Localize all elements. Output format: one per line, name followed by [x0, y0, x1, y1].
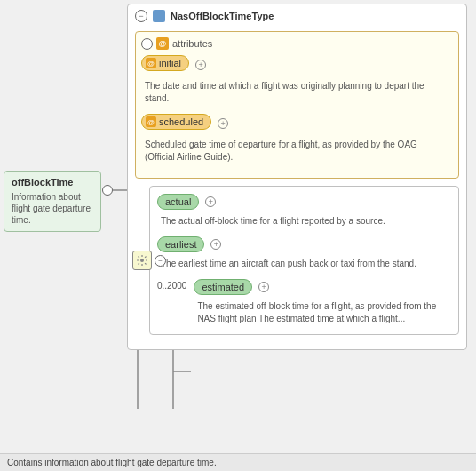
type-icon — [153, 10, 165, 22]
attributes-collapse-btn[interactable]: − — [141, 38, 153, 50]
initial-at-icon: @ — [146, 58, 156, 68]
estimated-range: 0..2000 — [157, 279, 186, 291]
attributes-at-icon: @ — [156, 37, 169, 50]
initial-plus-button[interactable]: + — [195, 60, 206, 70]
left-connector-circle — [102, 185, 113, 196]
scheduled-plus-button[interactable]: + — [218, 118, 228, 129]
estimated-plus-button[interactable]: + — [258, 282, 269, 292]
offblocktime-node: offBlockTime Information about flight ga… — [4, 171, 101, 232]
initial-label: initial — [159, 58, 181, 68]
estimated-label: estimated — [202, 282, 244, 292]
initial-field-row: @ initial + The date and time at which a… — [141, 55, 453, 107]
earliest-element: earliest + The earliest time an aircraft… — [157, 236, 451, 272]
earliest-description: The earliest time an aircraft can push b… — [157, 256, 451, 272]
gear-icon-box — [132, 251, 152, 270]
status-bar: Contains information about flight gate d… — [0, 453, 476, 471]
node-label: offBlockTime — [12, 177, 93, 188]
actual-element: actual + The actual off-block time for a… — [157, 194, 451, 229]
node-description: Information about flight gate departure … — [12, 191, 93, 226]
scheduled-description: Scheduled gate time of departure for a f… — [141, 137, 453, 165]
earliest-label: earliest — [165, 239, 196, 250]
earliest-plus-button[interactable]: + — [210, 239, 221, 250]
actual-badge[interactable]: actual — [157, 194, 199, 210]
actual-plus-button[interactable]: + — [205, 196, 216, 207]
initial-description: The date and time at which a flight was … — [141, 78, 453, 107]
status-text: Contains information about flight gate d… — [7, 458, 217, 467]
svg-point-8 — [140, 259, 144, 262]
estimated-badge[interactable]: estimated — [194, 279, 252, 295]
diagram-container: offBlockTime Information about flight ga… — [0, 0, 476, 471]
main-container-header: − NasOffBlockTimeType — [128, 4, 466, 28]
sub-container-collapse[interactable]: − — [155, 255, 166, 267]
scheduled-at-icon: @ — [146, 116, 156, 127]
scheduled-badge[interactable]: @ scheduled — [141, 114, 211, 130]
scheduled-label: scheduled — [159, 116, 203, 127]
initial-badge[interactable]: @ initial — [141, 55, 189, 71]
attributes-section: − @ attributes @ initial + The date and … — [135, 31, 459, 179]
gear-icon — [136, 254, 148, 267]
attributes-header: − @ attributes — [141, 37, 453, 50]
attributes-label: attributes — [172, 38, 212, 49]
estimated-description: The estimated off-block time for a fligh… — [194, 299, 451, 327]
actual-description: The actual off-block time for a flight r… — [157, 213, 451, 229]
estimated-element: 0..2000 estimated + The estimated off-bl… — [157, 279, 451, 327]
scheduled-field-row: @ scheduled + Scheduled gate time of dep… — [141, 114, 453, 165]
collapse-button[interactable]: − — [135, 10, 147, 22]
actual-label: actual — [165, 196, 191, 207]
main-title: NasOffBlockTimeType — [171, 11, 274, 21]
